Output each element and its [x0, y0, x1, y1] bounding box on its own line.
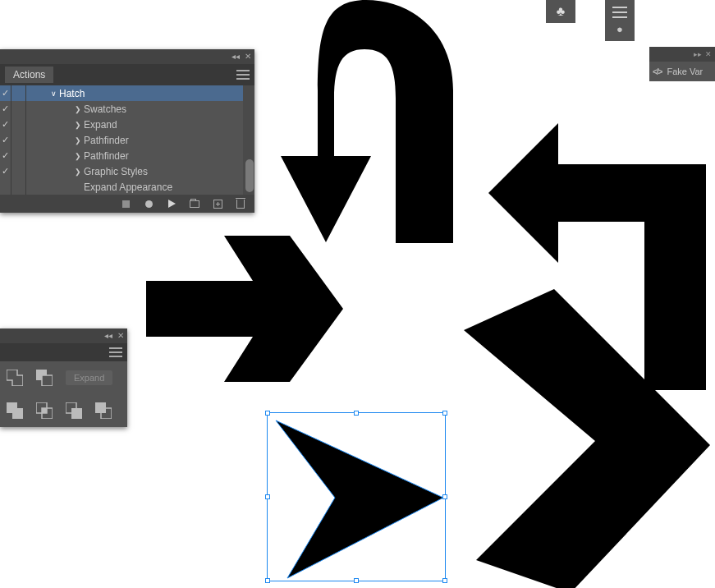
dialog-toggle[interactable]	[11, 132, 26, 148]
resize-handle-w[interactable]	[265, 494, 270, 499]
svg-rect-1	[42, 375, 53, 386]
play-button[interactable]	[166, 198, 177, 209]
hamburger-icon	[612, 7, 627, 18]
unite-icon	[7, 370, 23, 386]
action-group-row[interactable]: ✓ ∨Hatch	[0, 85, 254, 101]
panel-menu-icon[interactable]	[109, 347, 122, 357]
stop-button[interactable]	[120, 198, 131, 209]
checkmark-icon[interactable]: ✓	[2, 88, 9, 99]
divide-icon	[7, 402, 23, 419]
new-set-button[interactable]	[189, 198, 200, 209]
pathfinder-row	[0, 394, 127, 427]
action-item-row[interactable]: ✓ ❯Pathfinder	[0, 148, 254, 163]
svg-rect-6	[42, 408, 47, 413]
stop-icon	[122, 200, 130, 208]
checkmark-icon[interactable]: ✓	[2, 119, 9, 130]
action-item-label: Pathfinder	[84, 150, 129, 162]
glyphs-panel-button[interactable]: ♣	[546, 0, 575, 23]
chevron-right-icon: ❯	[72, 152, 84, 160]
checkmark-icon[interactable]: ✓	[2, 166, 9, 177]
divide-button[interactable]	[7, 402, 23, 419]
collapse-icon[interactable]: ◂◂	[104, 332, 112, 340]
delete-button[interactable]	[235, 198, 246, 209]
dialog-toggle[interactable]	[11, 101, 26, 117]
dialog-toggle[interactable]	[11, 179, 26, 195]
actions-list: ✓ ∨Hatch ✓ ❯Swatches ✓ ❯Expand ✓ ❯Pathfi…	[0, 85, 254, 195]
action-item-label: Pathfinder	[84, 135, 129, 146]
checkmark-icon[interactable]: ✓	[2, 150, 9, 161]
actions-scrollbar[interactable]	[243, 85, 254, 195]
actions-tab-bar: Actions	[0, 64, 254, 85]
resize-handle-sw[interactable]	[265, 578, 270, 583]
close-icon[interactable]: ✕	[245, 53, 251, 61]
collapse-icon[interactable]: ◂◂	[231, 53, 240, 61]
plus-icon	[213, 200, 222, 209]
appearance-panel-button[interactable]: ●	[605, 0, 635, 41]
dialog-toggle[interactable]	[11, 117, 26, 132]
checkmark-icon[interactable]: ✓	[2, 135, 9, 145]
scrollbar-thumb[interactable]	[245, 159, 254, 192]
action-item-label: Expand Appearance	[84, 181, 172, 193]
merge-button[interactable]	[66, 402, 82, 419]
resize-handle-s[interactable]	[354, 578, 359, 583]
actions-footer	[0, 195, 254, 213]
record-icon	[145, 200, 153, 208]
svg-rect-3	[12, 408, 23, 419]
dialog-toggle[interactable]	[11, 163, 26, 179]
record-button[interactable]	[143, 198, 154, 209]
club-icon: ♣	[557, 4, 566, 19]
new-action-button[interactable]	[212, 198, 223, 209]
tab-actions[interactable]: Actions	[5, 67, 53, 83]
expand-button[interactable]: Expand	[66, 370, 112, 385]
shape-right-arrow[interactable]	[146, 236, 343, 382]
action-item-row[interactable]: ✓ ❯Swatches	[0, 101, 254, 117]
close-icon[interactable]: ✕	[117, 332, 124, 340]
actions-panel[interactable]: ◂◂ ✕ Actions ✓ ∨Hatch ✓ ❯Swatches ✓ ❯Exp…	[0, 49, 254, 213]
resize-handle-n[interactable]	[354, 411, 359, 416]
checkmark-empty[interactable]	[0, 179, 11, 195]
merge-icon	[66, 402, 82, 419]
minus-front-icon	[36, 370, 53, 386]
trim-button[interactable]	[36, 402, 53, 419]
action-item-row[interactable]: ✓ ❯Expand	[0, 117, 254, 132]
collapse-icon[interactable]: ▸▸	[694, 51, 702, 58]
crop-button[interactable]	[95, 402, 112, 419]
close-icon[interactable]: ✕	[705, 51, 712, 58]
crop-icon	[95, 402, 112, 419]
sphere-icon: ●	[616, 23, 623, 35]
fakevar-header: ▸▸ ✕	[649, 47, 715, 62]
action-item-label: Expand	[84, 119, 117, 131]
shape-modes-row: Expand	[0, 361, 127, 394]
action-group-label: Hatch	[59, 88, 85, 99]
chevron-right-icon: ❯	[72, 121, 84, 129]
dialog-toggle[interactable]	[11, 148, 26, 163]
chevron-right-icon: ❯	[72, 136, 84, 145]
resize-handle-e[interactable]	[442, 494, 447, 499]
svg-rect-8	[71, 408, 82, 419]
trim-icon	[36, 402, 53, 419]
action-item-row[interactable]: ✓ ❯Pathfinder	[0, 132, 254, 148]
pathfinder-header[interactable]: ◂◂ ✕	[0, 328, 127, 343]
checkmark-icon[interactable]: ✓	[2, 103, 9, 114]
play-icon	[168, 200, 176, 208]
action-item-row[interactable]: ✓ ❯Graphic Styles	[0, 163, 254, 179]
shape-uturn-arrow[interactable]	[264, 0, 453, 246]
panel-menu-icon[interactable]	[236, 70, 250, 80]
resize-handle-nw[interactable]	[265, 411, 270, 416]
resize-handle-se[interactable]	[442, 578, 447, 583]
unite-button[interactable]	[7, 370, 23, 386]
shape-right-chevron[interactable]	[464, 289, 710, 588]
dialog-toggle[interactable]	[11, 85, 26, 101]
action-item-label: Swatches	[84, 103, 126, 115]
selection-bounds[interactable]	[267, 412, 446, 581]
chevron-right-icon: ❯	[72, 105, 84, 113]
actions-panel-header[interactable]: ◂◂ ✕	[0, 49, 254, 64]
resize-handle-ne[interactable]	[442, 411, 447, 416]
action-item-row[interactable]: ❯Expand Appearance	[0, 179, 254, 195]
chevron-down-icon: ∨	[48, 90, 59, 98]
fakevar-label: Fake Var	[667, 67, 703, 76]
pathfinder-panel[interactable]: ◂◂ ✕ Expand	[0, 328, 127, 427]
code-icon: </>	[653, 67, 662, 76]
minus-front-button[interactable]	[36, 370, 53, 386]
fakevar-panel[interactable]: ▸▸ ✕ </> Fake Var	[649, 47, 715, 81]
